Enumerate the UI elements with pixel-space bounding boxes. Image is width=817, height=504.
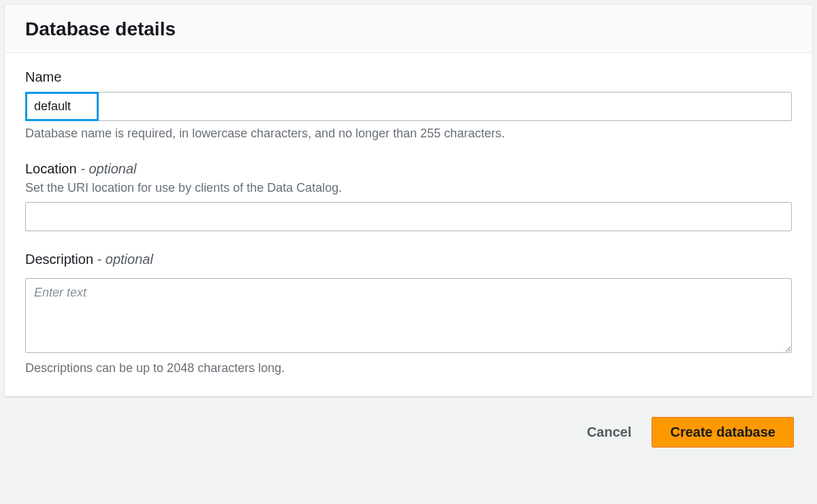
description-label: Description - optional	[25, 252, 792, 267]
location-label-text: Location	[25, 161, 77, 176]
location-input[interactable]	[25, 202, 792, 231]
description-label-text: Description	[25, 252, 93, 267]
name-input-wrap	[25, 92, 792, 121]
create-database-button[interactable]: Create database	[652, 417, 794, 448]
description-field-group: Description - optional Descriptions can …	[25, 252, 792, 375]
panel-title: Database details	[25, 18, 792, 40]
footer-actions: Cancel Create database	[4, 397, 813, 448]
panel-header: Database details	[5, 5, 812, 53]
location-optional-suffix: - optional	[77, 161, 137, 176]
cancel-button[interactable]: Cancel	[579, 418, 640, 447]
description-optional-suffix: - optional	[93, 252, 153, 267]
description-textarea[interactable]	[25, 278, 792, 353]
location-label: Location - optional	[25, 161, 792, 177]
database-details-panel: Database details Name Database name is r…	[4, 4, 813, 397]
location-hint: Set the URI location for use by clients …	[25, 181, 792, 195]
name-hint: Database name is required, in lowercase …	[25, 127, 792, 141]
description-hint: Descriptions can be up to 2048 character…	[25, 361, 792, 375]
name-label: Name	[25, 69, 792, 85]
location-field-group: Location - optional Set the URI location…	[25, 161, 792, 231]
panel-body: Name Database name is required, in lower…	[5, 53, 812, 396]
name-input[interactable]	[25, 92, 792, 121]
name-field-group: Name Database name is required, in lower…	[25, 69, 792, 141]
